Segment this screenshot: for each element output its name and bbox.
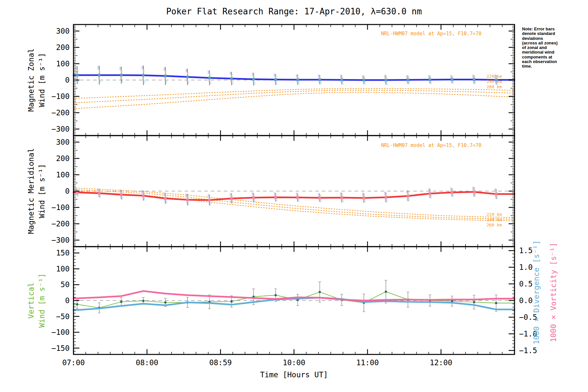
zone-sample-marker bbox=[472, 74, 474, 78]
zone-sample-marker bbox=[166, 80, 167, 84]
zonal-wind-line bbox=[74, 75, 514, 80]
error-bar-note: Note: Error bars denote standard deviati… bbox=[522, 27, 580, 69]
zonal-wind-marker bbox=[407, 79, 409, 81]
zone-sample-marker bbox=[452, 193, 454, 197]
vertical-wind-marker bbox=[275, 294, 277, 296]
zone-sample-marker bbox=[494, 188, 496, 192]
tick-label: −100 bbox=[52, 328, 70, 336]
y-axis-label-zonal: Magnetic Zonal Wind [m s⁻¹] bbox=[26, 48, 48, 112]
tick-label: 0 bbox=[65, 296, 70, 305]
tick-label: −200 bbox=[52, 220, 70, 228]
zone-sample-marker bbox=[296, 74, 298, 78]
meridional-wind-marker bbox=[340, 196, 343, 199]
zone-sample-marker bbox=[450, 188, 452, 191]
zone-sample-marker bbox=[164, 67, 165, 71]
vertical-wind-divergence-vorticity-panel: −150−100−50050100150−1.5−1.0−0.50.00.51.… bbox=[52, 246, 537, 367]
meridional-wind-marker bbox=[318, 197, 321, 199]
tick-label: 1.5 bbox=[519, 246, 533, 255]
zone-sample-marker bbox=[450, 75, 452, 78]
zone-sample-marker bbox=[408, 81, 410, 84]
zone-sample-marker bbox=[143, 69, 145, 73]
tick-label: 200 bbox=[56, 154, 70, 163]
zone-sample-marker bbox=[298, 81, 300, 85]
y-axis-label-vertical: Vertical Wind [m s⁻¹] bbox=[26, 273, 48, 328]
zone-sample-marker bbox=[77, 70, 79, 73]
meridional-wind-marker bbox=[429, 192, 431, 195]
zone-sample-marker bbox=[231, 74, 233, 78]
zone-sample-marker bbox=[208, 194, 209, 198]
tick-label: 1.0 bbox=[519, 263, 533, 271]
zone-sample-marker bbox=[121, 70, 123, 74]
zonal-wind-marker bbox=[208, 77, 211, 79]
zone-sample-marker bbox=[364, 81, 366, 85]
meridional-wind-marker bbox=[98, 192, 101, 195]
vertical-wind-marker bbox=[385, 291, 387, 293]
zonal-wind-marker bbox=[363, 79, 365, 81]
zone-sample-marker bbox=[99, 80, 101, 83]
zone-sample-marker bbox=[120, 189, 121, 193]
meridional-wind-marker bbox=[473, 191, 475, 193]
tick-label: −200 bbox=[52, 108, 70, 117]
tick-label: −1.5 bbox=[519, 346, 537, 355]
zone-sample-marker bbox=[298, 198, 300, 202]
zone-sample-marker bbox=[340, 74, 342, 78]
tick-label: 0 bbox=[65, 76, 70, 84]
zone-sample-marker bbox=[143, 80, 145, 84]
hwm07-260km-model-line bbox=[74, 92, 514, 109]
zone-sample-marker bbox=[252, 192, 253, 196]
zone-sample-marker bbox=[320, 81, 321, 85]
zone-sample-marker bbox=[252, 73, 253, 76]
zone-sample-marker bbox=[98, 76, 100, 80]
zone-sample-marker bbox=[428, 75, 430, 78]
zonal-wind-marker bbox=[429, 78, 431, 81]
meridional-wind-marker bbox=[384, 196, 387, 199]
zonal-wind-marker bbox=[318, 78, 321, 81]
x-tick-label: 08:59 bbox=[209, 358, 232, 367]
x-tick-label: 10:00 bbox=[283, 358, 305, 367]
zone-sample-marker bbox=[428, 188, 430, 192]
zone-sample-marker bbox=[232, 200, 233, 204]
tick-label: −300 bbox=[52, 236, 70, 244]
zonal-wind-marker bbox=[252, 78, 255, 81]
zonal-wind-marker bbox=[120, 74, 122, 76]
tick-label: −150 bbox=[52, 344, 70, 352]
zone-sample-marker bbox=[384, 192, 386, 195]
meridional-wind-marker bbox=[164, 197, 167, 200]
zone-sample-marker bbox=[165, 70, 167, 74]
zonal-wind-marker bbox=[76, 74, 78, 76]
x-tick-label: 12:00 bbox=[430, 358, 452, 367]
zone-sample-marker bbox=[210, 202, 211, 205]
y-axis-label-vorticity: 1000 × Vorticity [s⁻¹] bbox=[549, 243, 558, 342]
zone-sample-marker bbox=[296, 192, 298, 196]
zone-sample-marker bbox=[164, 193, 165, 196]
zone-sample-marker bbox=[318, 74, 319, 78]
meridional-wind-marker bbox=[186, 199, 189, 201]
vertical-wind-marker bbox=[164, 302, 166, 303]
fpi-wind-figure: NRL-HWM07 model at Ap=15, F10.7=70220 km… bbox=[0, 0, 588, 392]
meridional-wind-marker bbox=[208, 199, 211, 202]
tick-label: 200 bbox=[56, 43, 70, 52]
zone-sample-marker bbox=[362, 193, 364, 196]
tick-label: 100 bbox=[56, 171, 70, 179]
meridional-wind-marker bbox=[142, 194, 145, 197]
zone-sample-marker bbox=[408, 198, 410, 201]
zone-sample-marker bbox=[230, 72, 231, 75]
zone-sample-marker bbox=[472, 187, 474, 190]
zone-sample-marker bbox=[340, 192, 342, 196]
zone-sample-marker bbox=[210, 81, 211, 85]
tick-label: −300 bbox=[52, 125, 70, 133]
zone-sample-marker bbox=[120, 67, 121, 70]
vertical-wind-marker bbox=[120, 301, 122, 303]
zone-sample-marker bbox=[99, 194, 101, 198]
zone-sample-marker bbox=[406, 75, 408, 78]
tick-label: 0 bbox=[65, 187, 70, 195]
model-annotation: 240 km bbox=[487, 79, 502, 84]
zonal-wind-marker bbox=[274, 78, 277, 81]
zone-sample-marker bbox=[386, 81, 388, 85]
chart-title: Poker Flat Research Range: 17-Apr-2010, … bbox=[0, 7, 588, 16]
model-annotation: 260 km bbox=[487, 84, 502, 89]
x-axis-label: Time [Hours UT] bbox=[260, 370, 328, 379]
meridional-wind-marker bbox=[495, 193, 498, 195]
zone-sample-marker bbox=[320, 199, 321, 202]
vertical-wind-marker bbox=[231, 301, 233, 302]
